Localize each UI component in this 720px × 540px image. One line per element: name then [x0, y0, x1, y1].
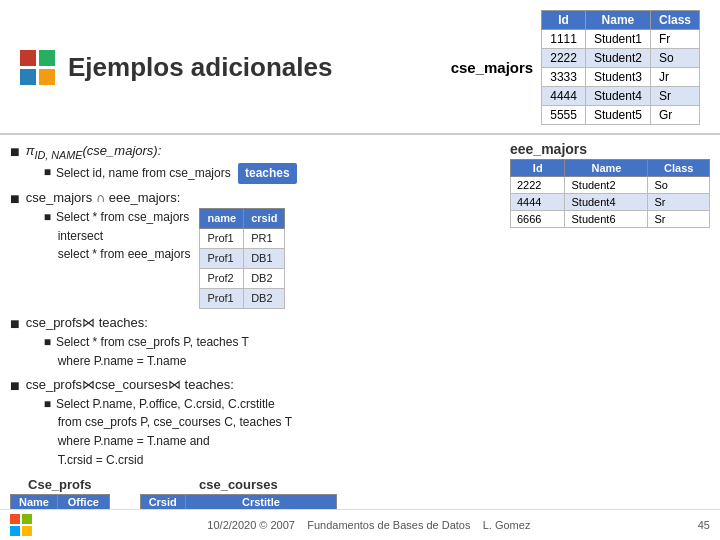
table-cell: 2222	[511, 177, 565, 194]
table-cell: Student3	[585, 68, 650, 87]
b3-s2: where P.name = T.name	[58, 352, 500, 371]
col-name: name	[200, 209, 244, 229]
b4-s1: Select P.name, P.office, C.crsid, C.crst…	[56, 395, 275, 414]
bullet-1-sub: ■ Select id, name from cse_majors teache…	[44, 163, 500, 184]
b2-s3: select * from eee_majors	[58, 245, 191, 264]
b4-s2: from cse_profs P, cse_courses C, teaches…	[58, 413, 500, 432]
col-office: Office	[57, 495, 109, 510]
table-cell: Student1	[585, 30, 650, 49]
intersect-table: name crsid Prof1PR1Prof1DB1Prof2DB2Prof1…	[199, 208, 285, 309]
footer: 10/2/2020 © 2007 Fundamentos de Bases de…	[0, 509, 720, 540]
eee-majors-wrap: eee_majors Id Name Class 2222Student2So4…	[510, 141, 710, 228]
main-content: ■ πID, NAME(cse_majors): ■ Select id, na…	[0, 135, 720, 473]
bullet-2-sub: ■Select * from cse_majors intersect sele…	[44, 208, 500, 309]
col-crsid: crsid	[244, 209, 285, 229]
table-cell: 5555	[542, 106, 586, 125]
intersect-text: ■Select * from cse_majors intersect sele…	[44, 208, 191, 264]
table-cell: Student6	[565, 211, 648, 228]
table-cell: Prof1	[200, 229, 244, 249]
bullet-1-content: πID, NAME(cse_majors): ■ Select id, name…	[26, 141, 500, 184]
bullet-4-sub: ■Select P.name, P.office, C.crsid, C.crs…	[44, 395, 500, 469]
b2-s2: intersect	[58, 227, 191, 246]
table-row: 3333Student3Jr	[542, 68, 700, 87]
bullet-2: ■ cse_majors ∩ eee_majors: ■Select * fro…	[10, 188, 500, 309]
table-cell: Prof1	[200, 289, 244, 309]
table-row: 6666Student6Sr	[511, 211, 710, 228]
bullet-3-sub: ■Select * from cse_profs P, teaches T wh…	[44, 333, 500, 370]
bullet-1: ■ πID, NAME(cse_majors): ■ Select id, na…	[10, 141, 500, 184]
table-cell: Student2	[565, 177, 648, 194]
col-name: Name	[11, 495, 58, 510]
table-cell: Prof2	[200, 269, 244, 289]
bullet-4-content: cse_profs⋈cse_courses⋈ teaches: ■Select …	[26, 375, 500, 470]
table-cell: DB1	[244, 249, 285, 269]
microsoft-logo	[10, 514, 32, 536]
table-cell: 4444	[542, 87, 586, 106]
table-cell: Student4	[585, 87, 650, 106]
bullet-4-text: cse_profs⋈cse_courses⋈ teaches:	[26, 377, 234, 392]
table-cell: Sr	[648, 194, 710, 211]
table-cell: DB2	[244, 269, 285, 289]
footer-page: 45	[698, 519, 710, 531]
col-id: Id	[542, 11, 586, 30]
bullet-2-text: cse_majors ∩ eee_majors:	[26, 190, 181, 205]
table-row: 2222Student2So	[511, 177, 710, 194]
table-row: 4444Student4Sr	[542, 87, 700, 106]
bullet-dot-1: ■	[10, 140, 20, 165]
table-row: 5555Student5Gr	[542, 106, 700, 125]
table-row: Prof1PR1	[200, 229, 285, 249]
table-cell: Sr	[650, 87, 699, 106]
table-cell: DB2	[244, 289, 285, 309]
table-cell: Sr	[648, 211, 710, 228]
cse-majors-label: cse_majors	[451, 59, 534, 76]
teaches-badge: teaches	[238, 163, 297, 184]
bullet-3: ■ cse_profs⋈ teaches: ■Select * from cse…	[10, 313, 500, 370]
table-cell: Student2	[585, 49, 650, 68]
bullet-3-text: cse_profs⋈ teaches:	[26, 315, 148, 330]
table-cell: 1111	[542, 30, 586, 49]
table-cell: Fr	[650, 30, 699, 49]
table-cell: Prof1	[200, 249, 244, 269]
col-crsid: Crsid	[140, 495, 185, 510]
table-cell: 6666	[511, 211, 565, 228]
bullet-dot-2: ■	[10, 187, 20, 212]
table-cell: Jr	[650, 68, 699, 87]
table-cell: Gr	[650, 106, 699, 125]
bullet-1-text: πID, NAME(cse_majors):	[26, 143, 162, 158]
col-name: Name	[585, 11, 650, 30]
b3-s1: Select * from cse_profs P, teaches T	[56, 333, 249, 352]
eee-majors-table: Id Name Class 2222Student2So4444Student4…	[510, 159, 710, 228]
bullet-dot-3: ■	[10, 312, 20, 337]
bullet-1-sub-text: Select id, name from cse_majors teaches	[56, 163, 297, 184]
right-panel: eee_majors Id Name Class 2222Student2So4…	[510, 141, 710, 473]
table-row: 4444Student4Sr	[511, 194, 710, 211]
table-cell: Student5	[585, 106, 650, 125]
cse-profs-title: Cse_profs	[10, 477, 110, 492]
col-class: Class	[648, 160, 710, 177]
col-name: Name	[565, 160, 648, 177]
table-row: 2222Student2So	[542, 49, 700, 68]
sub-dot-1: ■	[44, 163, 51, 182]
col-class: Class	[650, 11, 699, 30]
table-row: Prof2DB2	[200, 269, 285, 289]
table-cell: PR1	[244, 229, 285, 249]
bullet-4: ■ cse_profs⋈cse_courses⋈ teaches: ■Selec…	[10, 375, 500, 470]
col-id: Id	[511, 160, 565, 177]
table-cell: So	[648, 177, 710, 194]
left-panel: ■ πID, NAME(cse_majors): ■ Select id, na…	[10, 141, 500, 473]
eee-majors-title: eee_majors	[510, 141, 710, 157]
table-cell: 4444	[511, 194, 565, 211]
table-cell: 3333	[542, 68, 586, 87]
page-title: Ejemplos adicionales	[68, 52, 451, 83]
table-cell: So	[650, 49, 699, 68]
table-cell: Student4	[565, 194, 648, 211]
table-row: Prof1DB2	[200, 289, 285, 309]
intersect-wrap: ■Select * from cse_majors intersect sele…	[44, 208, 500, 309]
header: Ejemplos adicionales cse_majors Id Name …	[0, 0, 720, 135]
header-icon	[20, 50, 56, 86]
table-row: Prof1DB1	[200, 249, 285, 269]
cse-majors-table: Id Name Class 1111Student1Fr2222Student2…	[541, 10, 700, 125]
bullet-2-content: cse_majors ∩ eee_majors: ■Select * from …	[26, 188, 500, 309]
bullet-3-content: cse_profs⋈ teaches: ■Select * from cse_p…	[26, 313, 500, 370]
bullet-dot-4: ■	[10, 374, 20, 399]
